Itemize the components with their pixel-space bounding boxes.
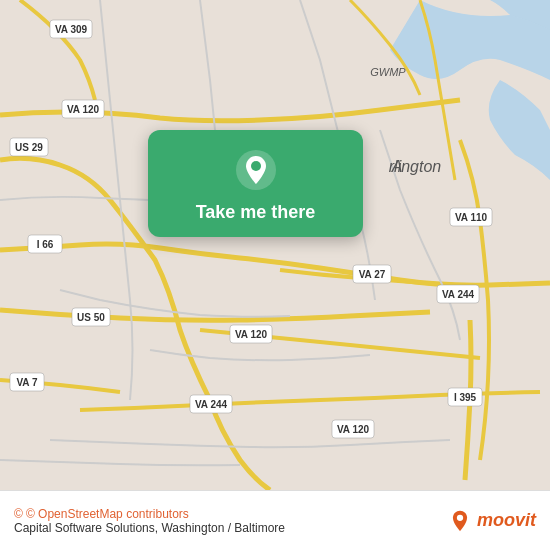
svg-text:I 395: I 395 bbox=[454, 392, 477, 403]
svg-text:I 66: I 66 bbox=[37, 239, 54, 250]
svg-text:US 29: US 29 bbox=[15, 142, 43, 153]
svg-point-35 bbox=[457, 514, 463, 520]
svg-text:VA 120: VA 120 bbox=[67, 104, 100, 115]
svg-text:VA 110: VA 110 bbox=[455, 212, 488, 223]
location-pin-icon bbox=[234, 148, 278, 192]
copyright-symbol: © bbox=[14, 507, 23, 521]
copyright-label: © OpenStreetMap contributors bbox=[26, 507, 189, 521]
svg-text:VA 120: VA 120 bbox=[337, 424, 370, 435]
copyright-info: © © OpenStreetMap contributors Capital S… bbox=[14, 507, 439, 535]
moovit-brand: moovit bbox=[449, 510, 536, 532]
svg-text:VA 309: VA 309 bbox=[55, 24, 88, 35]
moovit-pin-icon bbox=[449, 510, 471, 532]
location-name: Capital Software Solutions, Washington /… bbox=[14, 521, 285, 535]
moovit-label: moovit bbox=[477, 510, 536, 531]
svg-text:VA 244: VA 244 bbox=[442, 289, 475, 300]
take-me-there-button[interactable]: Take me there bbox=[196, 202, 316, 223]
map-view[interactable]: VA 309 VA 120 US 29 VA 12 GWMP rlington … bbox=[0, 0, 550, 490]
svg-text:VA 244: VA 244 bbox=[195, 399, 228, 410]
svg-text:VA 27: VA 27 bbox=[359, 269, 386, 280]
svg-text:A: A bbox=[391, 158, 403, 175]
svg-text:GWMP: GWMP bbox=[370, 66, 406, 78]
svg-text:VA 7: VA 7 bbox=[16, 377, 38, 388]
bottom-bar: © © OpenStreetMap contributors Capital S… bbox=[0, 490, 550, 550]
svg-text:US 50: US 50 bbox=[77, 312, 105, 323]
navigation-popup[interactable]: Take me there bbox=[148, 130, 363, 237]
svg-point-34 bbox=[251, 161, 261, 171]
svg-text:VA 120: VA 120 bbox=[235, 329, 268, 340]
